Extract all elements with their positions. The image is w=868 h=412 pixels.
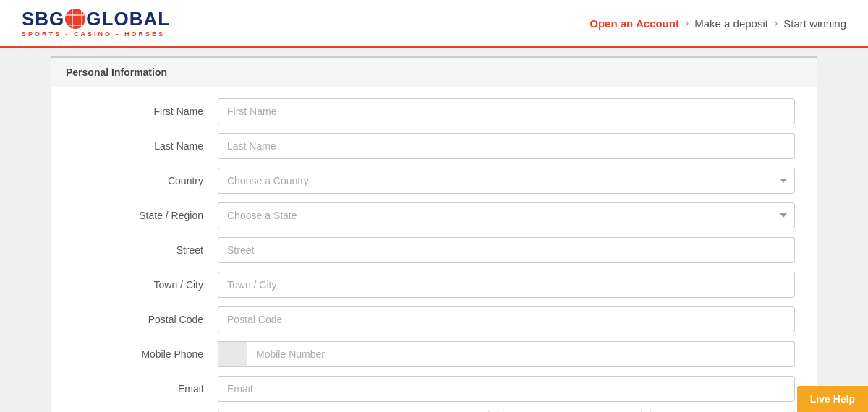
town-input[interactable] (218, 272, 795, 298)
country-row: Country Choose a Country (73, 168, 795, 194)
postal-input[interactable] (218, 306, 795, 332)
logo: SBG GLOBAL SPORTS - CASINO - HORSES (22, 9, 170, 38)
last-name-label: Last Name (73, 140, 218, 152)
logo-subtitle: SPORTS - CASINO - HORSES (22, 30, 165, 38)
first-name-input[interactable] (218, 98, 795, 124)
postal-row: Postal Code (73, 306, 795, 332)
nav-step-1[interactable]: Open an Account (590, 17, 679, 30)
phone-row (218, 341, 795, 367)
town-row: Town / City (73, 272, 795, 298)
form-body: First Name Last Name Country Choose a Co… (51, 87, 817, 412)
live-help-button[interactable]: Live Help (797, 386, 868, 412)
nav-step-2: Make a deposit (694, 17, 768, 30)
mobile-label: Mobile Phone (73, 348, 218, 360)
street-input[interactable] (218, 237, 795, 263)
mobile-row: Mobile Phone (73, 341, 795, 367)
email-label: Email (73, 383, 218, 395)
state-row: State / Region Choose a State (73, 202, 795, 228)
last-name-row: Last Name (73, 133, 795, 159)
logo-global: GLOBAL (86, 9, 170, 28)
header: SBG GLOBAL SPORTS - CASINO - HORSES Open… (0, 0, 868, 48)
first-name-label: First Name (73, 106, 218, 117)
section-title: Personal Information (66, 66, 167, 78)
logo-text: SBG GLOBAL (22, 9, 170, 29)
last-name-input[interactable] (218, 133, 795, 159)
first-name-row: First Name (73, 98, 795, 124)
form-card-header: Personal Information (51, 56, 817, 87)
nav-step-3: Start winning (783, 17, 846, 30)
form-card: Personal Information First Name Last Nam… (51, 56, 817, 412)
town-label: Town / City (73, 279, 218, 291)
nav-steps: Open an Account › Make a deposit › Start… (590, 17, 846, 30)
logo-sbg: SBG (22, 9, 64, 28)
chevron-icon-1: › (685, 17, 689, 30)
email-row: Email (73, 376, 795, 402)
content: Personal Information First Name Last Nam… (36, 48, 832, 412)
mobile-input[interactable] (247, 341, 795, 367)
country-select[interactable]: Choose a Country (218, 168, 795, 194)
email-input[interactable] (218, 376, 795, 402)
street-label: Street (73, 244, 218, 256)
logo-globe-icon (65, 9, 85, 29)
chevron-icon-2: › (774, 17, 778, 30)
state-select[interactable]: Choose a State (218, 202, 795, 228)
state-label: State / Region (73, 210, 218, 221)
country-label: Country (73, 175, 218, 186)
street-row: Street (73, 237, 795, 263)
phone-flag-icon (218, 341, 247, 367)
postal-label: Postal Code (73, 314, 218, 325)
